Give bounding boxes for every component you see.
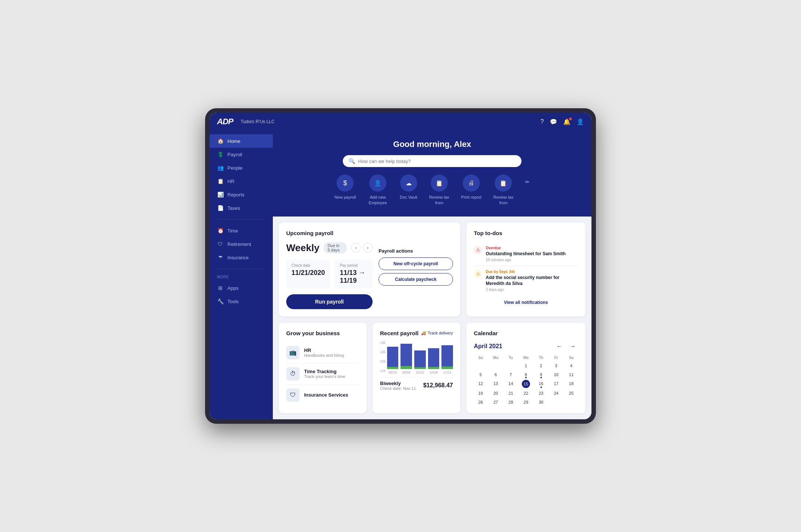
edit-quick-actions-icon[interactable]: ✏ (525, 179, 530, 185)
payroll-icon: 💲 (217, 151, 224, 157)
calendar-day[interactable]: 7 (504, 371, 518, 378)
bar-stack-0915 (387, 347, 399, 369)
sidebar: 🏠 Home 💲 Payroll 👥 People 📋 HR 📊 (210, 131, 273, 419)
bar-stack-0930 (400, 344, 412, 369)
view-all-notifications-link[interactable]: View all notifications (474, 300, 578, 305)
calculate-paycheck-button[interactable]: Calculate paycheck (379, 273, 453, 286)
calendar-day[interactable]: 23 (534, 390, 548, 397)
calendar-day[interactable]: 11 (564, 371, 578, 378)
x-label-1012: 10/12 (414, 371, 426, 374)
sidebar-item-label: Apps (227, 285, 239, 291)
greeting: Good morning, Alex (284, 140, 580, 149)
quick-action-new-payroll[interactable]: $ New payroll (335, 174, 356, 200)
user-icon[interactable]: 👤 (577, 118, 584, 125)
recent-payroll-title: Recent payroll (380, 330, 418, 336)
quick-action-doc-vault[interactable]: ☁ Doc Vault (400, 174, 417, 200)
calendar-card: Calendar April 2021 ← → SuMoTuWeThFrSa12… (466, 323, 585, 413)
top-bar-icons: ? 💬 🔔 👤 (540, 118, 584, 125)
todo-item-2: ⚠ Due by Sept. 5th Add the social securi… (474, 266, 578, 296)
payroll-summary-left: Biweekly Check date: Nov 11 (380, 381, 416, 391)
insurance-grow-icon: 🛡 (286, 388, 300, 402)
calendar-day[interactable]: 24 (549, 390, 563, 397)
recent-payroll-card: Recent payroll 🚚 Track delivery 14k 13k (373, 323, 460, 413)
calendar-day[interactable]: 14 (504, 380, 518, 388)
calendar-day[interactable]: 29 (519, 398, 533, 406)
track-delivery-link[interactable]: 🚚 Track delivery (421, 331, 453, 336)
sidebar-item-retirement[interactable]: 🛡 Retirement (210, 237, 273, 251)
pay-period-label: Pay period (340, 263, 367, 267)
sidebar-item-taxes[interactable]: 📄 Taxes (210, 201, 273, 215)
calendar-next-btn[interactable]: → (568, 342, 578, 350)
calendar-day[interactable]: 27 (489, 398, 503, 406)
notification-icon[interactable]: 🔔 (563, 118, 571, 125)
due-badge: Due in 5 days (324, 242, 347, 253)
calendar-prev-btn[interactable]: ← (554, 342, 565, 350)
sidebar-item-reports[interactable]: 📊 Reports (210, 188, 273, 201)
calendar-day[interactable]: 2 (534, 362, 548, 369)
calendar-day[interactable]: 9 (534, 371, 548, 378)
quick-action-review-tax-1[interactable]: 📋 Review tax from (426, 174, 452, 205)
chat-icon[interactable]: 💬 (550, 118, 557, 125)
calendar-day[interactable]: 25 (564, 390, 578, 397)
calendar-day[interactable]: 4 (564, 362, 578, 369)
grow-item-insurance[interactable]: 🛡 Insurance Services (286, 385, 359, 406)
search-icon: 🔍 (349, 158, 355, 164)
calendar-day[interactable]: 8 (519, 371, 533, 378)
quick-action-review-tax-2[interactable]: 📋 Review tax from (490, 174, 516, 205)
chart-bars (387, 341, 453, 369)
bar-group-1012 (414, 350, 426, 369)
quick-action-label: Print report (461, 195, 481, 200)
sidebar-item-time[interactable]: ⏰ Time (210, 224, 273, 237)
sidebar-item-tools[interactable]: 🔧 Tools (210, 295, 273, 308)
calendar-day[interactable]: 20 (489, 390, 503, 397)
sidebar-item-payroll[interactable]: 💲 Payroll (210, 148, 273, 161)
run-payroll-button[interactable]: Run payroll (286, 294, 373, 309)
sidebar-item-people[interactable]: 👥 People (210, 161, 273, 174)
calendar-day[interactable]: 15 (522, 380, 530, 388)
quick-action-print-report[interactable]: 🖨 Print report (461, 174, 481, 200)
calendar-day[interactable]: 30 (534, 398, 548, 406)
payroll-next-btn[interactable]: › (363, 243, 373, 253)
calendar-day[interactable]: 19 (474, 390, 488, 397)
payroll-summary-label: Check date: Nov 11 (380, 386, 416, 391)
todo-title-1: Outstanding timesheet for Sam Smith (486, 251, 566, 257)
grow-item-hr[interactable]: 📺 HR Handbooks and hiring (286, 342, 359, 363)
calendar-day[interactable]: 12 (474, 380, 488, 388)
sidebar-item-apps[interactable]: ⊞ Apps (210, 281, 273, 295)
calendar-day[interactable]: 18 (564, 380, 578, 388)
hr-icon: 📋 (217, 178, 224, 184)
calendar-day[interactable]: 10 (549, 371, 563, 378)
calendar-day[interactable]: 5 (474, 371, 488, 378)
calendar-day[interactable]: 26 (474, 398, 488, 406)
bar-blue-0930 (400, 344, 412, 366)
calendar-day[interactable]: 1 (519, 362, 533, 369)
bar-blue-1111 (441, 345, 453, 366)
truck-icon: 🚚 (421, 331, 426, 336)
calendar-day[interactable]: 22 (519, 390, 533, 397)
sidebar-item-hr[interactable]: 📋 HR (210, 174, 273, 188)
quick-action-add-employee[interactable]: 👤 Add new Employee (365, 174, 391, 205)
calendar-day-header: Fr (549, 355, 563, 360)
grow-item-desc-hr: Handbooks and hiring (304, 353, 344, 358)
sidebar-item-home[interactable]: 🏠 Home (210, 134, 273, 148)
calendar-day[interactable]: 3 (549, 362, 563, 369)
grow-item-time-tracking[interactable]: ⏱ Time Tracking Track your team's time (286, 363, 359, 385)
help-icon[interactable]: ? (540, 118, 544, 125)
sidebar-item-label: Home (227, 138, 240, 144)
company-name: Tudors R'Us LLC (240, 119, 540, 124)
calendar-day[interactable]: 6 (489, 371, 503, 378)
content-area: Good morning, Alex 🔍 $ New payroll 👤 Add… (273, 131, 591, 419)
calendar-day[interactable]: 16 (534, 380, 548, 388)
off-cycle-payroll-button[interactable]: New off-cycle payroll (379, 257, 453, 270)
sidebar-item-insurance[interactable]: ☂ Insurance (210, 251, 273, 264)
calendar-day[interactable]: 21 (504, 390, 518, 397)
calendar-day[interactable]: 28 (504, 398, 518, 406)
payroll-prev-btn[interactable]: ‹ (351, 243, 361, 253)
search-bar[interactable]: 🔍 (343, 155, 521, 167)
check-date-group: Check date 11/21/2020 (286, 260, 330, 288)
calendar-day[interactable]: 13 (489, 380, 503, 388)
insurance-icon: ☂ (217, 254, 224, 260)
calendar-day[interactable]: 17 (549, 380, 563, 388)
grow-item-desc-time: Track your team's time (304, 374, 345, 379)
search-input[interactable] (358, 158, 516, 164)
